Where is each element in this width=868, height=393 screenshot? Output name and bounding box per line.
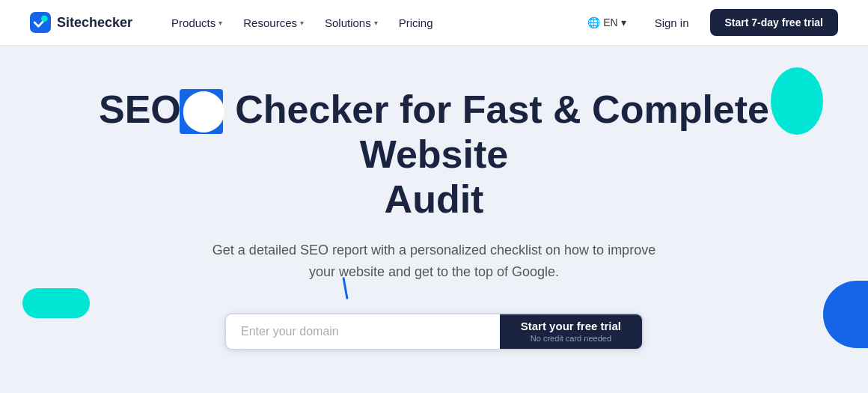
title-rest: Checker for Fast & Complete WebsiteAudit	[235, 88, 769, 221]
svg-point-1	[41, 15, 48, 22]
logo-icon	[30, 12, 51, 33]
language-selector[interactable]: 🌐 EN ▾	[580, 12, 633, 33]
blue-shape-decoration	[823, 281, 868, 348]
nav-products[interactable]: Products ▾	[162, 12, 231, 34]
logo-text: Sitechecker	[57, 15, 132, 31]
teal-oval-decoration	[771, 67, 823, 135]
no-credit-card-label: No credit card needed	[531, 334, 611, 343]
teal-pill-decoration	[22, 288, 90, 318]
chevron-down-icon: ▾	[374, 19, 378, 27]
navbar: Sitechecker Products ▾ Resources ▾ Solut…	[0, 0, 868, 45]
start-trial-label: Start your free trial	[521, 320, 621, 332]
svg-rect-0	[30, 12, 51, 33]
chevron-down-icon: ▾	[300, 19, 304, 27]
hero-title: SEO⬤ Checker for Fast & Complete Website…	[97, 88, 771, 222]
chevron-down-icon: ▾	[218, 19, 222, 27]
chevron-down-icon: ▾	[621, 16, 626, 28]
nav-solutions[interactable]: Solutions ▾	[316, 12, 387, 34]
nav-links: Products ▾ Resources ▾ Solutions ▾ Prici…	[162, 12, 580, 34]
hero-section: SEO⬤ Checker for Fast & Complete Website…	[0, 45, 868, 393]
title-seo: SEO	[99, 88, 181, 131]
domain-search-form: Start your free trial No credit card nee…	[224, 313, 644, 350]
start-trial-button[interactable]: Start your free trial No credit card nee…	[500, 314, 642, 349]
trial-button[interactable]: Start 7-day free trial	[710, 9, 839, 36]
language-label: EN	[603, 16, 617, 28]
nav-pricing[interactable]: Pricing	[390, 12, 442, 34]
sign-in-button[interactable]: Sign in	[646, 12, 698, 34]
nav-resources[interactable]: Resources ▾	[234, 12, 313, 34]
globe-icon: 🌐	[587, 16, 600, 28]
nav-right: 🌐 EN ▾ Sign in Start 7-day free trial	[580, 9, 838, 36]
title-highlight-dot: ⬤	[181, 88, 224, 132]
logo[interactable]: Sitechecker	[30, 12, 132, 33]
hero-subtitle: Get a detailed SEO report with a persona…	[210, 240, 658, 283]
domain-input[interactable]	[226, 314, 500, 349]
